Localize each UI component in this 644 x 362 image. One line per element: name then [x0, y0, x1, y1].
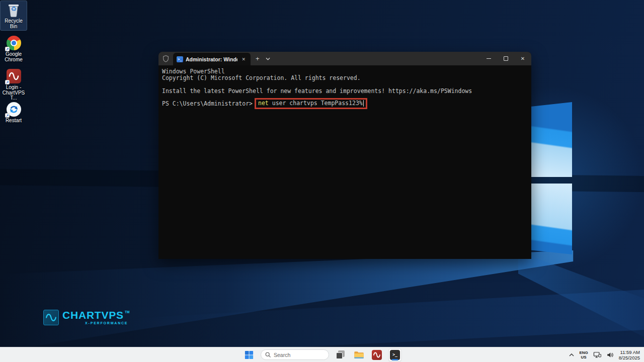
command-highlight-box: net user chartvps TempPass123%	[255, 98, 367, 109]
wallpaper-beam-right	[518, 251, 644, 337]
wallpaper-light-beam	[0, 246, 644, 362]
recycle-bin-icon: ♻	[1, 1, 27, 18]
tab-close-icon[interactable]: ✕	[240, 56, 247, 63]
terminal-icon: >_	[390, 350, 400, 360]
command-cmdlet: net	[258, 100, 269, 107]
desktop-icon-login-chartvps[interactable]: ↗ Login - ChartVPS T...	[1, 67, 27, 102]
desktop-icon-label: Google Chrome	[1, 52, 27, 63]
tray-chevron-up-icon[interactable]	[569, 353, 574, 356]
shortcut-arrow-icon: ↗	[5, 47, 10, 51]
terminal-output[interactable]: Windows PowerShell Copyright (C) Microso…	[158, 65, 531, 109]
taskbar-search[interactable]	[261, 349, 329, 360]
clock-date: 8/25/2025	[619, 355, 640, 360]
desktop-icon-restart[interactable]: ↗ Restart	[1, 101, 27, 125]
chartvps-app-icon: ↗	[1, 67, 27, 84]
terminal-prompt-line: PS C:\Users\Administrator> net user char…	[162, 98, 531, 109]
chartvps-wallpaper-logo: CHARTVPS TM X-PERFORMANCE	[43, 310, 129, 325]
taskbar: >_ ENG US	[0, 347, 644, 362]
command-args: user chartvps TempPass123%	[269, 100, 363, 107]
windows-logo-icon	[245, 350, 254, 359]
wallpaper-window-pane-top	[531, 102, 572, 177]
admin-shield-icon	[163, 55, 169, 62]
desktop-icon-label: Recycle Bin	[1, 19, 27, 30]
taskbar-clock[interactable]: 11:59 AM 8/25/2025	[619, 349, 640, 360]
desktop: ♻ Recycle Bin ↗ Google Chrome ↗ Login - …	[0, 0, 644, 362]
network-icon[interactable]	[593, 351, 601, 358]
prompt-text: PS C:\Users\Administrator>	[162, 101, 253, 107]
terminal-line: Copyright (C) Microsoft Corporation. All…	[162, 75, 531, 81]
powershell-icon: >_	[177, 56, 183, 62]
shortcut-arrow-icon: ↗	[5, 80, 10, 84]
minimize-button[interactable]	[480, 52, 497, 65]
shortcut-arrow-icon: ↗	[5, 113, 10, 118]
tab-dropdown-icon[interactable]	[266, 57, 270, 60]
search-icon	[265, 352, 271, 357]
chartvps-taskbar-button[interactable]	[370, 348, 383, 361]
volume-icon[interactable]	[606, 351, 614, 358]
terminal-taskbar-button[interactable]: >_	[388, 348, 401, 361]
terminal-tab-title: Administrator: Windows Pow	[186, 56, 237, 62]
language-indicator[interactable]: ENG US	[579, 350, 588, 359]
restart-icon: ↗	[1, 101, 27, 118]
new-tab-button[interactable]: +	[256, 55, 260, 62]
desktop-icon-recycle-bin[interactable]: ♻ Recycle Bin	[1, 1, 27, 30]
start-button[interactable]	[243, 348, 256, 361]
chrome-icon: ↗	[1, 34, 27, 51]
file-explorer-button[interactable]	[352, 348, 365, 361]
maximize-button[interactable]	[497, 52, 514, 65]
wallpaper-window-pane-bottom	[531, 184, 572, 254]
chartvps-app-icon	[372, 350, 382, 360]
search-input[interactable]	[274, 352, 321, 358]
close-button[interactable]: ✕	[514, 52, 531, 65]
task-view-button[interactable]	[334, 348, 347, 361]
brand-trademark: TM	[125, 310, 129, 314]
terminal-window: >_ Administrator: Windows Pow ✕ + ✕ Wind…	[158, 52, 531, 259]
desktop-icon-label: Restart	[1, 118, 27, 125]
recycle-symbol-icon: ♻	[1, 5, 27, 13]
terminal-tab[interactable]: >_ Administrator: Windows Pow ✕	[173, 53, 251, 65]
folder-icon	[354, 350, 364, 359]
brand-tagline: X-PERFORMANCE	[62, 321, 129, 325]
clock-time: 11:59 AM	[619, 349, 640, 355]
terminal-titlebar[interactable]: >_ Administrator: Windows Pow ✕ + ✕	[158, 52, 531, 65]
chartvps-logo-icon	[43, 310, 59, 325]
active-app-indicator	[392, 359, 398, 360]
brand-name: CHARTVPS	[62, 310, 124, 321]
desktop-icon-google-chrome[interactable]: ↗ Google Chrome	[1, 34, 27, 63]
text-cursor	[363, 100, 364, 107]
desktop-icon-label: Login - ChartVPS T...	[1, 85, 27, 102]
terminal-line: Install the latest PowerShell for new fe…	[162, 88, 531, 95]
